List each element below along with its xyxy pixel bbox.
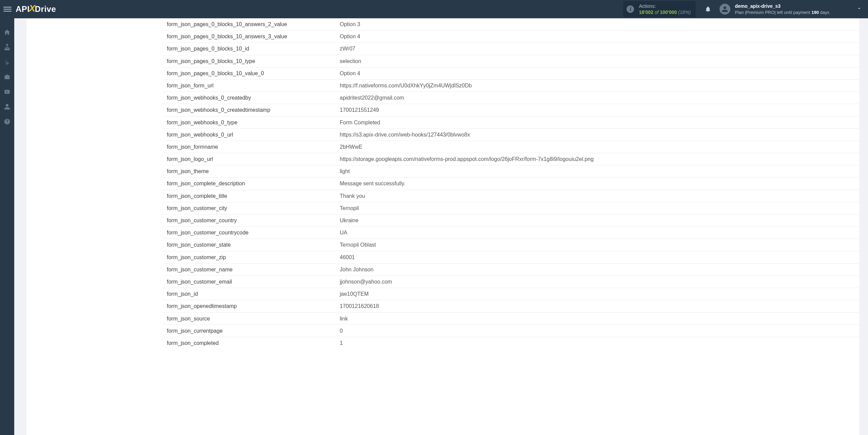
field-value: 1: [335, 337, 859, 349]
user-menu[interactable]: demo_apix-drive_s3 Plan |Premium PRO| le…: [719, 3, 868, 15]
table-row: form_json_pages_0_blocks_10_value_0Optio…: [162, 67, 859, 79]
field-key: form_json_form_url: [162, 79, 335, 91]
svg-rect-2: [6, 49, 7, 50]
chevron-down-icon: [856, 6, 862, 13]
field-key: form_json_complete_title: [162, 190, 335, 202]
field-key: form_json_customer_email: [162, 275, 335, 288]
nav-billing[interactable]: [3, 58, 11, 66]
home-icon: [4, 29, 11, 36]
table-row: form_json_pages_0_blocks_10_answers_3_va…: [162, 30, 859, 43]
topbar: API X Drive i Actions: 18'002 of 100'000…: [0, 0, 868, 18]
table-row: form_json_currentpage0: [162, 325, 859, 337]
nav-account[interactable]: [3, 103, 11, 110]
table-row: form_json_pages_0_blocks_10_answers_2_va…: [162, 18, 859, 30]
field-key: form_json_webhooks_0_url: [162, 128, 335, 141]
field-value: link: [335, 312, 859, 325]
field-key: form_json_complete_description: [162, 178, 335, 190]
field-key: form_json_customer_city: [162, 202, 335, 214]
nav-home[interactable]: [3, 28, 11, 36]
field-value: Ternopil Oblast: [335, 239, 859, 251]
table-row: form_json_sourcelink: [162, 312, 859, 325]
table-row: form_json_customer_countrycodeUA: [162, 227, 859, 239]
sitemap-icon: [4, 44, 11, 50]
table-row: form_json_pages_0_blocks_10_idzWr07: [162, 43, 859, 55]
logo[interactable]: API X Drive: [16, 3, 56, 15]
menu-toggle[interactable]: [3, 5, 12, 13]
briefcase-icon: [4, 74, 11, 80]
table-row: form_json_form_urlhttps://f.nativeforms.…: [162, 79, 859, 91]
table-row: form_json_customer_stateTernopil Oblast: [162, 239, 859, 251]
field-key: form_json_customer_name: [162, 263, 335, 275]
nav-integrations[interactable]: [3, 73, 11, 81]
logo-drive: Drive: [35, 4, 56, 14]
actions-used: 18'002: [639, 9, 653, 15]
table-row: form_json_openedtimestamp1700121620618: [162, 300, 859, 312]
actions-of: of: [655, 9, 659, 15]
field-value: Thank you: [335, 190, 859, 202]
table-row: form_json_logo_urlhttps://storage.google…: [162, 153, 859, 165]
field-key: form_json_theme: [162, 165, 335, 178]
field-value: https://storage.googleapis.com/nativefor…: [335, 153, 859, 165]
field-value: Ternopil: [335, 202, 859, 214]
avatar: [719, 4, 730, 15]
field-value: 1700121620618: [335, 300, 859, 312]
field-value: apidritest2022@gmail.com: [335, 92, 859, 104]
actions-summary[interactable]: i Actions: 18'002 of 100'000 (18%): [623, 1, 695, 17]
field-key: form_json_webhooks_0_createdtimestamp: [162, 104, 335, 116]
svg-rect-0: [6, 44, 7, 45]
youtube-icon: [4, 88, 11, 95]
dollar-icon: [4, 59, 11, 65]
actions-percent: (18%): [678, 9, 691, 15]
field-value: 0: [335, 325, 859, 337]
field-key: form_json_customer_countrycode: [162, 227, 335, 239]
field-value: 46001: [335, 251, 859, 263]
field-key: form_json_webhooks_0_createdby: [162, 92, 335, 104]
main-content: form_json_pages_0_blocks_10_answers_2_va…: [14, 18, 868, 435]
field-value: 1700121551249: [335, 104, 859, 116]
info-icon: i: [627, 5, 634, 13]
data-table: form_json_pages_0_blocks_10_answers_2_va…: [162, 18, 859, 349]
nav-help[interactable]: [3, 118, 11, 125]
table-row: form_json_formname2bHWwE: [162, 141, 859, 153]
field-key: form_json_pages_0_blocks_10_id: [162, 43, 335, 55]
table-row: form_json_idjae10QTEM: [162, 288, 859, 300]
svg-rect-1: [5, 49, 6, 50]
nav-connections[interactable]: [3, 43, 11, 51]
field-value: jjohnson@yahoo.com: [335, 275, 859, 288]
table-row: form_json_customer_zip46001: [162, 251, 859, 263]
bell-icon: [705, 6, 711, 13]
field-key: form_json_currentpage: [162, 325, 335, 337]
field-key: form_json_formname: [162, 141, 335, 153]
person-icon: [4, 103, 11, 110]
field-value: Form Completed: [335, 116, 859, 128]
table-row: form_json_webhooks_0_createdtimestamp170…: [162, 104, 859, 116]
svg-rect-3: [8, 49, 9, 50]
notifications-button[interactable]: [702, 3, 714, 15]
user-plan: Plan |Premium PRO| left until payment 19…: [735, 9, 829, 16]
field-key: form_json_source: [162, 312, 335, 325]
field-value: Option 4: [335, 30, 859, 43]
field-key: form_json_id: [162, 288, 335, 300]
field-value: Ukraine: [335, 214, 859, 227]
field-value: selection: [335, 55, 859, 67]
nav-video[interactable]: [3, 88, 11, 96]
table-row: form_json_pages_0_blocks_10_typeselectio…: [162, 55, 859, 67]
field-value: https://s3.apix-drive.com/web-hooks/1274…: [335, 128, 859, 141]
actions-label: Actions:: [639, 3, 691, 9]
table-row: form_json_complete_descriptionMessage se…: [162, 178, 859, 190]
table-row: form_json_customer_nameJohn Johnson: [162, 263, 859, 275]
field-key: form_json_customer_zip: [162, 251, 335, 263]
field-value: Option 3: [335, 18, 859, 30]
logo-api: API: [16, 4, 30, 14]
actions-total: 100'000: [660, 9, 677, 15]
table-row: form_json_webhooks_0_typeForm Completed: [162, 116, 859, 128]
field-value: jae10QTEM: [335, 288, 859, 300]
field-key: form_json_customer_country: [162, 214, 335, 227]
help-icon: [4, 118, 11, 125]
table-row: form_json_webhooks_0_urlhttps://s3.apix-…: [162, 128, 859, 141]
field-key: form_json_completed: [162, 337, 335, 349]
sidebar: [0, 18, 14, 435]
field-value: John Johnson: [335, 263, 859, 275]
field-key: form_json_webhooks_0_type: [162, 116, 335, 128]
table-row: form_json_customer_countryUkraine: [162, 214, 859, 227]
